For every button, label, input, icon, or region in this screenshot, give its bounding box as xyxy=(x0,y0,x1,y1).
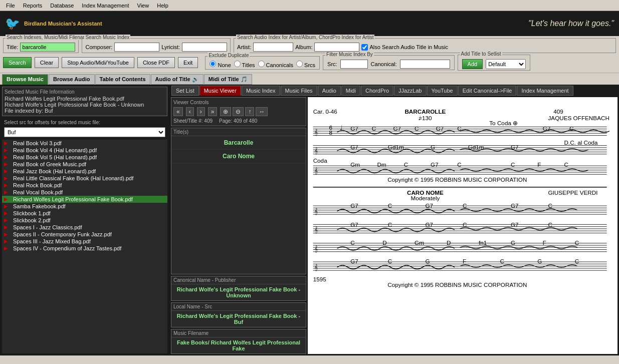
list-item[interactable]: ▶Spaces I - Jazz Classics.pdf xyxy=(2,224,167,231)
menu-database[interactable]: Database xyxy=(46,2,78,10)
exclude-canonicals-radio[interactable] xyxy=(258,61,265,67)
tab-edit-canonical[interactable]: Edit Canonical->File xyxy=(458,86,517,96)
list-item[interactable]: ▶Spaces III - Jazz Mixed Bag.pdf xyxy=(2,238,167,245)
svg-text:𝅗𝅥=130: 𝅗𝅥=130 xyxy=(419,115,432,121)
tab-midi-of-title[interactable]: Midi of Title 🎵 xyxy=(204,74,252,85)
nav-first-button[interactable]: « xyxy=(173,107,183,116)
tab-music-files[interactable]: Music Files xyxy=(281,86,317,96)
pdf-icon: ▶ xyxy=(4,148,11,153)
menu-reports[interactable]: Reports xyxy=(19,2,47,10)
pdf-icon: ▶ xyxy=(4,141,11,146)
list-item[interactable]: ▶Spaces II - Contemporary Funk Jazz.pdf xyxy=(2,231,167,238)
list-item[interactable]: ▶Real Vocal Book.pdf xyxy=(2,189,167,196)
list-item[interactable]: ▶Real Book of Greek Music.pdf xyxy=(2,161,167,168)
list-item[interactable]: ▶Real Book Vol 5 (Hal Leonard).pdf xyxy=(2,154,167,161)
pdf-icon: ▶ xyxy=(4,239,11,244)
also-search-label: Also Search Audio Title in Music xyxy=(369,44,448,50)
album-input[interactable] xyxy=(314,43,359,52)
setlist-dropdown[interactable]: Default xyxy=(486,59,526,69)
menu-help[interactable]: Help xyxy=(153,2,172,10)
clear-button[interactable]: Clear xyxy=(35,57,59,68)
menu-index-management[interactable]: Index Management xyxy=(78,2,133,10)
tab-jjazzlab[interactable]: JJazzLab xyxy=(394,86,426,96)
list-item[interactable]: ▶Real Little Classical Fake Book (Hal Le… xyxy=(2,175,167,182)
nav-last-button[interactable]: » xyxy=(208,107,218,116)
list-item[interactable]: ▶Spaces IV - Compendium of Jazz Tastes.p… xyxy=(2,245,167,252)
tab-music-viewer[interactable]: Music Viewer xyxy=(199,86,241,96)
search-group1-label: Search Indexes, Music/Midi Filenames xyxy=(6,35,93,40)
list-item[interactable]: ▶Slickbook 1.pdf xyxy=(2,210,167,217)
search-row2: Search Clear Stop Audio/Midi/YouTube Clo… xyxy=(3,55,616,71)
title-input[interactable] xyxy=(20,43,75,52)
tab-audio[interactable]: Audio xyxy=(318,86,341,96)
svg-text:G7: G7 xyxy=(350,125,358,132)
filter-canonical-input[interactable] xyxy=(400,60,450,69)
tab-browse-audio[interactable]: Browse Audio xyxy=(49,74,95,85)
list-item[interactable]: ▶Real Book Vol 4 (Hal Leonard).pdf xyxy=(2,147,167,154)
local-label: Local Name - Src xyxy=(171,303,306,311)
exclude-titles-radio[interactable] xyxy=(234,61,241,67)
filter-src-input[interactable] xyxy=(340,60,368,69)
lyricist-input[interactable] xyxy=(182,43,227,52)
exit-button[interactable]: Exit xyxy=(178,57,198,68)
src-dropdown[interactable]: Buf xyxy=(4,127,165,137)
svg-text:G7: G7 xyxy=(350,221,358,228)
file-name: Real Little Classical Fake Book (Hal Leo… xyxy=(13,175,133,181)
menu-file[interactable]: File xyxy=(2,2,19,10)
tab-table-of-contents[interactable]: Table of Contents xyxy=(95,74,150,85)
list-item[interactable]: ▶Real Book Vol 3.pdf xyxy=(2,140,167,147)
stop-audio-button[interactable]: Stop Audio/Midi/YouTube xyxy=(62,57,134,68)
svg-text:F: F xyxy=(537,161,541,168)
add-button[interactable]: Add xyxy=(462,59,483,69)
zoom-out-button[interactable]: ⊖ xyxy=(233,107,244,116)
list-item[interactable]: ▶Samba Fakebook.pdf xyxy=(2,203,167,210)
svg-text:Gm: Gm xyxy=(350,161,360,168)
svg-text:fn1: fn1 xyxy=(479,239,487,246)
tab-midi[interactable]: Midi xyxy=(341,86,360,96)
list-item[interactable]: ▶Richard Wolfes Legit Professional Fake … xyxy=(2,196,167,203)
search-button[interactable]: Search xyxy=(3,57,32,68)
pan-up-button[interactable]: ↑ xyxy=(245,107,254,116)
tab-index-mgmt[interactable]: Index Management xyxy=(517,86,573,96)
search-group2-label: Search Music Index xyxy=(84,35,130,40)
exclude-none-radio[interactable] xyxy=(210,61,216,67)
file-list[interactable]: ▶Real Book Vol 3.pdf▶Real Book Vol 4 (Ha… xyxy=(2,140,167,353)
list-item[interactable]: ▶Real Jazz Book (Hal Leonard).pdf xyxy=(2,168,167,175)
list-item[interactable]: ▶Real Rock Book.pdf xyxy=(2,182,167,189)
pdf-icon: ▶ xyxy=(4,225,11,230)
titles-box: Title(s) Barcarolle Caro Nome xyxy=(171,128,306,274)
pdf-icon: ▶ xyxy=(4,204,11,209)
menu-view[interactable]: View xyxy=(133,2,153,10)
tab-youtube[interactable]: YouTube xyxy=(427,86,458,96)
pdf-icon: ▶ xyxy=(4,197,11,202)
also-search-checkbox[interactable] xyxy=(361,44,368,51)
svg-text:Gd1m: Gd1m xyxy=(388,144,404,150)
svg-text:C: C xyxy=(569,125,574,132)
exclude-duplicate-label: Exclude Duplicate xyxy=(208,53,250,58)
list-item[interactable]: ▶Slickbook 2.pdf xyxy=(2,217,167,224)
svg-text:C: C xyxy=(457,161,462,168)
artist-input[interactable] xyxy=(253,43,293,52)
nav-next-button[interactable]: › xyxy=(197,107,205,116)
svg-text:C: C xyxy=(388,258,392,264)
svg-text:C: C xyxy=(564,161,568,168)
tab-music-index[interactable]: Music Index xyxy=(242,86,280,96)
svg-text:C: C xyxy=(548,221,552,228)
file-name: Slickbook 1.pdf xyxy=(13,210,51,216)
exclude-srcs-radio[interactable] xyxy=(296,61,303,67)
pan-left-right-button[interactable]: ↔ xyxy=(256,107,268,116)
svg-text:C: C xyxy=(404,161,408,168)
file-name: Real Book of Greek Music.pdf xyxy=(13,161,86,167)
tab-set-list[interactable]: Set List xyxy=(171,86,199,96)
svg-text:𝄞: 𝄞 xyxy=(314,129,318,136)
svg-text:𝄞: 𝄞 xyxy=(314,147,318,155)
nav-prev-button[interactable]: ‹ xyxy=(186,107,194,116)
app-subtitle: "Let's hear how it goes." xyxy=(528,19,614,28)
tab-chordpro[interactable]: ChordPro xyxy=(361,86,393,96)
close-pdf-button[interactable]: Close PDF xyxy=(137,57,175,68)
composer-input[interactable] xyxy=(114,43,159,52)
zoom-in-button[interactable]: ⊕ xyxy=(220,107,231,116)
main-layout: Selected Music File Information Richard … xyxy=(0,85,619,355)
tab-browse-music[interactable]: Browse Music xyxy=(2,74,48,85)
tab-audio-of-title[interactable]: Audio of Title 🔊 xyxy=(151,74,203,85)
